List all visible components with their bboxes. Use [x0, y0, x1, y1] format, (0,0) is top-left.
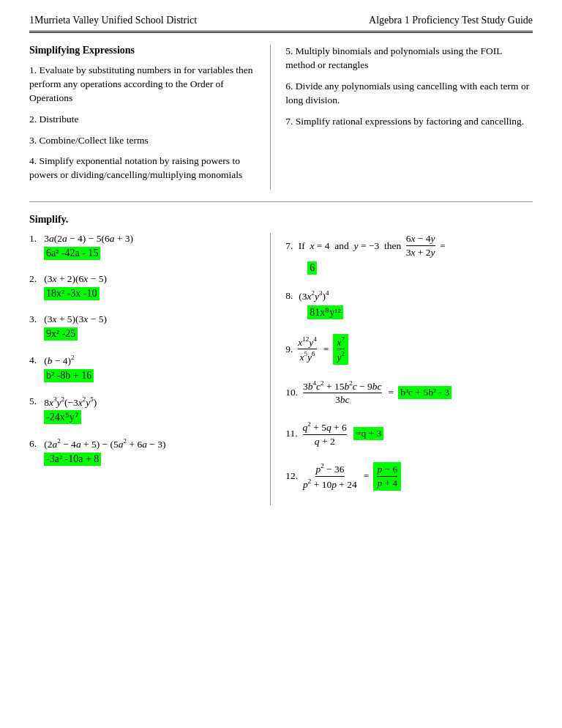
p12-answer-fraction: p − 6 p + 4 — [373, 462, 401, 491]
p11-frac-container: q2 + 5q + 6 q + 2 — [301, 420, 349, 447]
p7-frac-den: 3x + 2y — [406, 246, 435, 259]
p5-answer: -24x⁵y⁷ — [44, 410, 81, 424]
p10-line: 10. 3b4c2 + 15b2c − 9bc 3bc = b³c + 5b² … — [285, 379, 533, 406]
problem-7: 7. If x = 4 and y = −3 then 6x − 4y 3x +… — [285, 233, 533, 275]
p10-frac-num: 3b4c2 + 15b2c − 9bc — [303, 379, 382, 394]
p12-frac-den: p2 + 10p + 24 — [303, 477, 357, 491]
header: 1Murrieta Valley Unified School District… — [29, 15, 533, 33]
p8-answer-block: 81x⁸y¹² — [307, 305, 533, 319]
p10-answer: b³c + 5b² - 3 — [398, 386, 452, 399]
p10-frac-container: 3b4c2 + 15b2c − 9bc 3bc — [301, 379, 384, 406]
problem-1: 1. 3a(2a − 4) − 5(6a + 3) 6a² -42a - 15 — [29, 233, 255, 260]
item-3: 3. Combine/Collect like terms — [29, 134, 255, 148]
p10-fraction: 3b4c2 + 15b2c − 9bc 3bc — [303, 379, 382, 406]
p7-number: 7. — [285, 240, 293, 252]
p7-answer-block: 6 — [307, 261, 533, 275]
p4-expr: (b − 4)2 — [44, 354, 74, 367]
p9-frac-den: x5y6 — [300, 349, 315, 363]
header-left: 1Murrieta Valley Unified School District — [29, 15, 197, 26]
p7-cond: If x = 4 and y = −3 then — [296, 240, 403, 252]
p8-expr: (3x2y3)4 — [299, 289, 329, 302]
item-7: 7. Simplify rational expressions by fact… — [285, 115, 533, 129]
p5-number: 5. — [29, 395, 44, 407]
simplify-two-col: 1. 3a(2a − 4) − 5(6a + 3) 6a² -42a - 15 … — [29, 233, 533, 505]
p11-frac-num: q2 + 5q + 6 — [303, 420, 347, 435]
p12-frac-container: p2 − 36 p2 + 10p + 24 — [301, 462, 359, 490]
p9-ans-den: y2 — [337, 349, 345, 363]
p9-equals: = — [323, 343, 329, 355]
item-6: 6. Divide any polynomials using cancelli… — [285, 80, 533, 108]
p5-answer-block: -24x⁵y⁷ — [44, 410, 255, 424]
p11-fraction: q2 + 5q + 6 q + 2 — [303, 420, 347, 447]
p9-answer-fraction: x7 y2 — [333, 334, 348, 365]
p1-expr: 3a(2a − 4) − 5(6a + 3) — [44, 233, 133, 245]
problem-2: 2. (3x + 2)(6x − 5) 18x² -3x -10 — [29, 273, 255, 300]
p3-expr: (3x + 5)(3x − 5) — [44, 313, 107, 325]
p9-ans-num: x7 — [337, 335, 345, 350]
item-1: 1. Evaluate by substituting numbers in f… — [29, 64, 255, 105]
p1-answer-block: 6a² -42a - 15 — [44, 247, 255, 260]
p11-frac-den: q + 2 — [315, 435, 335, 447]
p8-answer: 81x⁸y¹² — [307, 305, 342, 319]
p12-ans-num: p − 6 — [377, 464, 397, 477]
p11-number: 11. — [285, 428, 297, 439]
p6-answer: -3a² -10a + 8 — [44, 453, 101, 466]
problem-3: 3. (3x + 5)(3x − 5) 9x² -25 — [29, 313, 255, 341]
p4-answer: b² -8b + 16 — [44, 369, 94, 382]
simplify-left-col: 1. 3a(2a − 4) − 5(6a + 3) 6a² -42a - 15 … — [29, 233, 271, 505]
col-right-expressions: 5. Multiply binomials and polynomials us… — [271, 45, 533, 190]
problem-1-line: 1. 3a(2a − 4) − 5(6a + 3) — [29, 233, 255, 245]
p7-fraction: 6x − 4y 3x + 2y — [406, 233, 435, 259]
p6-number: 6. — [29, 438, 44, 450]
p5-expr: 8x3y2(−3x2y5) — [44, 395, 97, 409]
problem-4: 4. (b − 4)2 b² -8b + 16 — [29, 354, 255, 382]
simplify-right-col: 7. If x = 4 and y = −3 then 6x − 4y 3x +… — [271, 233, 533, 505]
p9-number: 9. — [285, 343, 293, 355]
p3-answer-block: 9x² -25 — [44, 327, 255, 341]
p12-ans-den: p + 4 — [377, 477, 397, 489]
p4-answer-block: b² -8b + 16 — [44, 369, 255, 382]
problem-9: 9. x12y4 x5y6 = x7 y2 — [285, 334, 533, 365]
p1-number: 1. — [29, 233, 44, 245]
problem-11: 11. q2 + 5q + 6 q + 2 =q + 3 — [285, 420, 533, 447]
p8-number: 8. — [285, 290, 293, 302]
p12-line: 12. p2 − 36 p2 + 10p + 24 = p − 6 p + 4 — [285, 462, 533, 491]
p7-answer: 6 — [307, 261, 317, 275]
col-left-expressions: Simplifying Expressions 1. Evaluate by s… — [29, 45, 271, 190]
p9-frac-num: x12y4 — [298, 335, 317, 350]
p9-frac-container: x12y4 x5y6 — [296, 335, 319, 363]
p9-fraction: x12y4 x5y6 — [298, 335, 317, 363]
problem-8: 8. (3x2y3)4 81x⁸y¹² — [285, 289, 533, 319]
p9-line: 9. x12y4 x5y6 = x7 y2 — [285, 334, 533, 365]
p7-frac-num: 6x − 4y — [406, 233, 435, 246]
p7-line: 7. If x = 4 and y = −3 then 6x − 4y 3x +… — [285, 233, 533, 259]
p12-frac-num: p2 − 36 — [315, 462, 344, 477]
p3-answer: 9x² -25 — [44, 327, 78, 341]
header-right: Algebra 1 Proficiency Test Study Guide — [369, 15, 533, 26]
item-2: 2. Distribute — [29, 113, 255, 127]
p11-answer-highlight: =q + 3 — [353, 427, 383, 440]
problem-4-line: 4. (b − 4)2 — [29, 354, 255, 367]
item-4: 4. Simplify exponential notation by rais… — [29, 155, 255, 182]
p8-line: 8. (3x2y3)4 — [285, 289, 533, 302]
simplify-label: Simplify. — [29, 214, 533, 226]
p10-frac-den: 3bc — [335, 393, 350, 406]
p3-number: 3. — [29, 313, 44, 325]
problem-12: 12. p2 − 36 p2 + 10p + 24 = p − 6 p + 4 — [285, 462, 533, 491]
p10-equals: = — [389, 387, 394, 398]
p2-number: 2. — [29, 273, 44, 285]
p12-equals: = — [364, 470, 370, 482]
page: 1Murrieta Valley Unified School District… — [0, 0, 562, 728]
section-title: Simplifying Expressions — [29, 45, 255, 56]
p2-expr: (3x + 2)(6x − 5) — [44, 273, 107, 285]
p2-answer-block: 18x² -3x -10 — [44, 287, 255, 300]
p4-number: 4. — [29, 354, 44, 366]
problem-6: 6. (2a2 − 4a + 5) − (5a2 + 6a − 3) -3a² … — [29, 437, 255, 466]
problem-10: 10. 3b4c2 + 15b2c − 9bc 3bc = b³c + 5b² … — [285, 379, 533, 406]
simplifying-expressions-section: Simplifying Expressions 1. Evaluate by s… — [29, 45, 533, 202]
p12-fraction: p2 − 36 p2 + 10p + 24 — [303, 462, 357, 490]
problem-5: 5. 8x3y2(−3x2y5) -24x⁵y⁷ — [29, 395, 255, 425]
problem-3-line: 3. (3x + 5)(3x − 5) — [29, 313, 255, 325]
simplify-section: Simplify. 1. 3a(2a − 4) − 5(6a + 3) 6a² … — [29, 214, 533, 505]
p2-answer: 18x² -3x -10 — [44, 287, 100, 300]
